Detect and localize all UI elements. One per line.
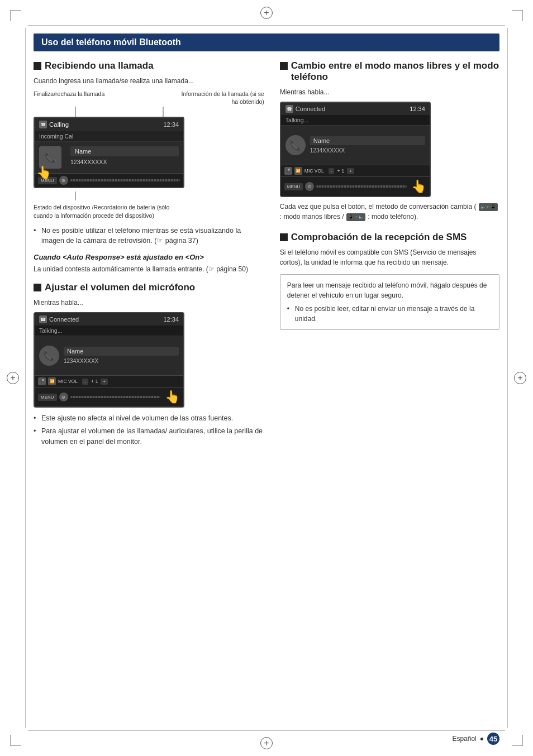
mode-screen-sub: Talking... bbox=[281, 115, 430, 126]
language-label: Español bbox=[452, 735, 476, 743]
finger-tap-icon-mode: 👆 bbox=[411, 179, 426, 194]
mode-body-text: Cada vez que pulsa el botón, el método d… bbox=[280, 202, 499, 222]
calling-time: 12:34 bbox=[163, 121, 179, 128]
mic-vol-row: 🎤 📶 MIC VOL - + 1 + bbox=[35, 375, 183, 387]
incoming-subtext: Cuando ingresa una llamada/se realiza un… bbox=[34, 76, 264, 86]
mic-menu-btn: MENU bbox=[38, 394, 57, 401]
page-bullet-separator: ● bbox=[480, 735, 484, 743]
mic-screen: ☎ Connected 12:34 Talking... 📞 Name 1234… bbox=[34, 312, 184, 408]
margin-line-right bbox=[507, 28, 508, 728]
reg-mark-left bbox=[7, 372, 19, 384]
calling-footer: MENU ⊙ bbox=[35, 173, 183, 187]
calling-screen-icon: ☎ bbox=[39, 121, 47, 128]
section-heading-mode: Cambio entre el modo manos libres y el m… bbox=[280, 60, 499, 83]
mode-phone-icon: 📞 bbox=[285, 135, 306, 155]
mic-small-icon2: 📶 bbox=[48, 377, 56, 385]
reg-mark-right bbox=[514, 372, 526, 384]
phone-mode-icon: 📱→🔈 bbox=[346, 213, 365, 221]
reg-mark-top bbox=[260, 7, 273, 19]
mode-vol-minus[interactable]: - bbox=[329, 168, 335, 174]
vol-control: - + 1 + bbox=[82, 379, 108, 385]
mic-indicator-bar bbox=[70, 396, 160, 398]
vol-plus[interactable]: + bbox=[101, 379, 108, 385]
margin-line-top bbox=[28, 25, 505, 26]
mic-home-btn: ⊙ bbox=[59, 393, 68, 401]
corner-mark-tr bbox=[512, 10, 523, 21]
home-button: ⊙ bbox=[59, 176, 68, 185]
sms-body: Si el teléfono móvil es compatible con S… bbox=[280, 247, 499, 267]
mic-phone-handset: 📞 bbox=[43, 350, 55, 362]
mic-phone-icon: 📞 bbox=[39, 346, 59, 366]
note-bullet: No es posible leer, editar ni enviar un … bbox=[287, 304, 492, 324]
page-title: Uso del teléfono móvil Bluetooth bbox=[34, 34, 499, 51]
mode-vol-label: MIC VOL bbox=[304, 168, 324, 174]
main-content: Uso del teléfono móvil Bluetooth Recibie… bbox=[34, 34, 499, 722]
mic-vol-label: MIC VOL bbox=[58, 379, 78, 384]
mode-contact-name: Name bbox=[310, 136, 425, 145]
mic-screen-body: 📞 Name 1234XXXXXX bbox=[35, 336, 183, 375]
mode-vol-plus[interactable]: + bbox=[347, 168, 354, 174]
incoming-bullets: No es posible utilizar el teléfono mient… bbox=[34, 226, 264, 247]
corner-mark-tl bbox=[10, 10, 21, 21]
reg-mark-bottom bbox=[260, 737, 273, 749]
calling-name: Name bbox=[70, 146, 179, 156]
page-number: 45 bbox=[487, 733, 499, 745]
page-footer: Español ● 45 bbox=[452, 733, 499, 745]
calling-info: Name 1234XXXXXX bbox=[70, 146, 179, 169]
mode-vol-row: 🎤 📶 MIC VOL - + 1 + bbox=[281, 165, 430, 176]
section-heading-mic: Ajustar el volumen del micrófono bbox=[34, 282, 264, 293]
ann-label-finalize: Finaliza/rechaza la llamada bbox=[34, 90, 104, 106]
mode-screen-status-icon: ☎ bbox=[285, 105, 293, 113]
mode-screen-footer: MENU ⊙ 👆 bbox=[281, 176, 430, 196]
note-box: Para leer un mensaje recibido al teléfon… bbox=[280, 274, 499, 330]
bullet-item-camera: No es posible utilizar el teléfono mient… bbox=[34, 226, 264, 247]
ann-lines-svg bbox=[34, 107, 184, 117]
vol-value: + 1 bbox=[89, 379, 100, 384]
mode-screen-header: ☎ Connected 12:34 bbox=[281, 103, 430, 115]
vol-minus[interactable]: - bbox=[82, 379, 88, 385]
column-right: Cambio entre el modo manos libres y el m… bbox=[280, 60, 499, 449]
corner-mark-bl bbox=[10, 735, 21, 746]
mic-contact-number: 1234XXXXXX bbox=[64, 357, 179, 365]
margin-line-bottom bbox=[28, 730, 505, 731]
mode-vol-ctrl: - + 1 + bbox=[329, 168, 354, 174]
finger-tap-icon-incoming: 👆 bbox=[36, 165, 51, 180]
bottom-ann-lines bbox=[34, 192, 264, 200]
mic-bullet-2: Para ajustar el volumen de las llamadas/… bbox=[34, 426, 264, 447]
mode-vol-value: + 1 bbox=[335, 168, 346, 174]
mic-contact-info: Name 1234XXXXXX bbox=[64, 347, 179, 365]
handsfree-icon: 🔈←📱 bbox=[479, 203, 498, 211]
mic-screen-time: 12:34 bbox=[163, 316, 179, 323]
calling-title-text: Calling bbox=[49, 121, 69, 128]
ann-label-info: Información de la llamada (si se ha obte… bbox=[180, 90, 264, 106]
mode-mic-icon2: 📶 bbox=[294, 167, 302, 175]
calling-screen: ☎ Calling 12:34 Incoming Cal 📞 👆 bbox=[34, 117, 184, 188]
calling-body: 📞 👆 Name 1234XXXXXX bbox=[35, 142, 183, 173]
mic-small-icon: 🎤 bbox=[38, 377, 46, 385]
mode-contact-number: 1234XXXXXX bbox=[310, 147, 425, 154]
tap-phone-btn: 📞 👆 bbox=[39, 146, 61, 169]
column-left: Recibiendo una llamada Cuando ingresa un… bbox=[34, 60, 264, 449]
calling-number: 1234XXXXXX bbox=[70, 159, 179, 165]
finger-tap-icon-mic: 👆 bbox=[165, 390, 180, 404]
mode-screen-body: 📞 Name 1234XXXXXX bbox=[281, 126, 430, 165]
section-heading-incoming: Recibiendo una llamada bbox=[34, 60, 264, 71]
corner-mark-br bbox=[512, 735, 523, 746]
margin-line-left bbox=[25, 28, 26, 728]
mic-contact-name: Name bbox=[64, 347, 179, 356]
heading-square-mode-icon bbox=[280, 62, 288, 70]
section-heading-sms: Comprobación de la recepción de SMS bbox=[280, 232, 499, 243]
auto-response-heading: Cuando <Auto Response> está ajustado en … bbox=[34, 253, 264, 261]
mode-contact-info: Name 1234XXXXXX bbox=[310, 136, 425, 154]
heading-square-sms-icon bbox=[280, 233, 288, 241]
two-column-layout: Recibiendo una llamada Cuando ingresa un… bbox=[34, 60, 499, 449]
battery-annotation: Estado del dispositivo /Recordatorio de … bbox=[34, 203, 184, 219]
mode-screen: ☎ Connected 12:34 Talking... 📞 Name 1234… bbox=[280, 102, 431, 197]
heading-square-mic-icon bbox=[34, 284, 41, 291]
mode-phone-handset: 📞 bbox=[289, 139, 302, 151]
calling-sub-text: Incoming Cal bbox=[35, 131, 183, 142]
mode-indicator-bar bbox=[316, 185, 406, 188]
mic-screen-footer: MENU ⊙ 👆 bbox=[35, 387, 183, 406]
mic-screen-header: ☎ Connected 12:34 bbox=[35, 313, 183, 326]
annotation-wrapper-incoming: Finaliza/rechaza la llamada Información … bbox=[34, 90, 264, 220]
